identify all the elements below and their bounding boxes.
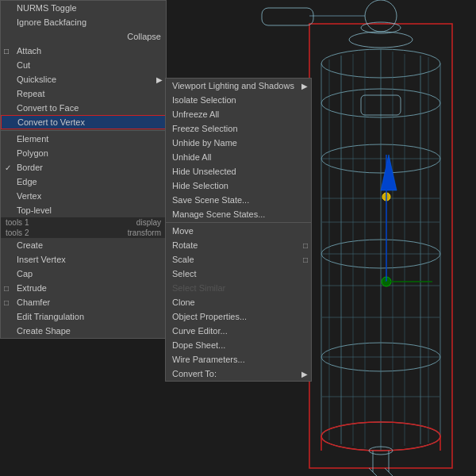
section-tools1-display: tools 1 display <box>1 217 166 228</box>
submenu-item-curve-editor[interactable]: Curve Editor... <box>166 324 311 338</box>
menu-item-chamfer[interactable]: Chamfer <box>1 295 166 309</box>
menu-item-ignore-backfacing[interactable]: Ignore Backfacing <box>1 15 166 29</box>
menu-item-quickslice[interactable]: Quickslice ▶ <box>1 72 166 86</box>
menu-item-insert-vertex[interactable]: Insert Vertex <box>1 252 166 267</box>
submenu-item-hide-unselected[interactable]: Hide Unselected <box>166 164 311 178</box>
menu-item-edit-triangulation[interactable]: Edit Triangulation <box>1 309 166 324</box>
menu-item-repeat[interactable]: Repeat <box>1 86 166 101</box>
submenu-item-manage-scene-states[interactable]: Manage Scene States... <box>166 207 311 221</box>
submenu-item-unfreeze-all[interactable]: Unfreeze All <box>166 107 311 121</box>
rotate-square: □ <box>303 241 308 250</box>
submenu-item-scale[interactable]: Scale □ <box>166 252 311 267</box>
menu-item-element[interactable]: Element <box>1 132 166 146</box>
submenu-item-viewport-lighting[interactable]: Viewport Lighting and Shadows ▶ <box>166 79 311 93</box>
context-menu-right: Viewport Lighting and Shadows ▶ Isolate … <box>165 78 312 382</box>
submenu-item-select-similar: Select Similar <box>166 281 311 295</box>
context-menu-left: NURMS Toggle Ignore Backfacing Collapse … <box>0 0 167 339</box>
menu-item-nurms-toggle[interactable]: NURMS Toggle <box>1 1 166 15</box>
menu-item-collapse[interactable]: Collapse <box>1 29 166 44</box>
submenu-item-select[interactable]: Select <box>166 267 311 281</box>
submenu-item-hide-selection[interactable]: Hide Selection <box>166 178 311 193</box>
divider-1 <box>1 130 166 131</box>
submenu-item-unhide-all[interactable]: Unhide All <box>166 150 311 164</box>
menu-item-border[interactable]: Border <box>1 160 166 175</box>
convert-to-arrow: ▶ <box>301 370 308 378</box>
quickslice-arrow: ▶ <box>156 75 163 84</box>
scale-square: □ <box>303 255 308 264</box>
submenu-item-dope-sheet[interactable]: Dope Sheet... <box>166 338 311 352</box>
viewport-lighting-arrow: ▶ <box>301 82 308 90</box>
section-tools2-transform: tools 2 transform <box>1 228 166 238</box>
menu-item-cut[interactable]: Cut <box>1 58 166 72</box>
attach-check: □ <box>4 47 9 56</box>
menu-item-extrude[interactable]: Extrude <box>1 281 166 295</box>
submenu-item-isolate-selection[interactable]: Isolate Selection <box>166 93 311 107</box>
menu-item-convert-to-vertex[interactable]: Convert to Vertex <box>1 115 166 129</box>
menu-item-top-level[interactable]: Top-level <box>1 203 166 217</box>
submenu-item-save-scene-state[interactable]: Save Scene State... <box>166 193 311 207</box>
submenu-item-wire-parameters[interactable]: Wire Parameters... <box>166 352 311 367</box>
menu-item-edge[interactable]: Edge <box>1 175 166 189</box>
menu-item-polygon[interactable]: Polygon <box>1 146 166 160</box>
submenu-item-rotate[interactable]: Rotate □ <box>166 238 311 252</box>
submenu-item-unhide-by-name[interactable]: Unhide by Name <box>166 136 311 150</box>
submenu-item-object-properties[interactable]: Object Properties... <box>166 309 311 324</box>
submenu-item-freeze-selection[interactable]: Freeze Selection <box>166 121 311 136</box>
menu-item-vertex[interactable]: Vertex <box>1 189 166 203</box>
menu-item-create[interactable]: Create <box>1 238 166 252</box>
submenu-item-clone[interactable]: Clone <box>166 295 311 309</box>
submenu-item-convert-to[interactable]: Convert To: ▶ <box>166 367 311 381</box>
menu-item-attach[interactable]: □ Attach <box>1 44 166 58</box>
right-divider-1 <box>166 222 311 223</box>
menu-item-convert-to-face[interactable]: Convert to Face <box>1 101 166 115</box>
menu-item-cap[interactable]: Cap <box>1 267 166 281</box>
menu-item-create-shape[interactable]: Create Shape <box>1 324 166 338</box>
submenu-item-move[interactable]: Move <box>166 224 311 238</box>
